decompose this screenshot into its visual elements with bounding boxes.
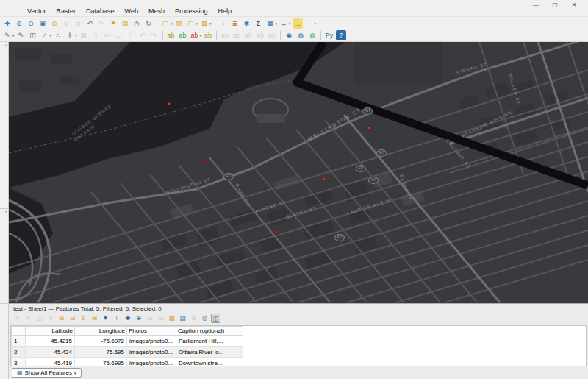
browser-panel-edge[interactable]: ▫✕: [0, 208, 8, 304]
street-label: WELLINGTON ST: [306, 107, 362, 142]
statistical-summary-button[interactable]: Σ: [254, 18, 264, 29]
help-button[interactable]: ?: [336, 30, 346, 40]
close-button[interactable]: ✕: [564, 0, 584, 10]
dropdown-caret-icon[interactable]: ▾: [276, 21, 278, 26]
cell-longitude[interactable]: -75.6972: [75, 336, 127, 347]
column-header-cap[interactable]: Caption (optional): [176, 327, 243, 336]
menu-raster[interactable]: Raster: [51, 6, 82, 16]
add-point-feature-button[interactable]: ∴: [53, 30, 63, 40]
row-number-cell[interactable]: 2: [12, 347, 26, 358]
processing-toolbox-button[interactable]: ✱: [242, 18, 252, 29]
map-marker[interactable]: [168, 102, 171, 106]
zoom-full-extent-button[interactable]: ⊕: [49, 18, 60, 29]
cell-latitude[interactable]: 45.424: [26, 347, 75, 358]
dropdown-caret-icon[interactable]: ▾: [209, 21, 212, 26]
run-feature-action-button[interactable]: ≣: [230, 18, 240, 29]
select-by-expression-button[interactable]: ▢: [186, 18, 196, 29]
digitize-segment-button[interactable]: ∕: [40, 30, 50, 40]
cell-photos[interactable]: images/photo0...: [127, 347, 176, 358]
conditional-formatting-button[interactable]: ▤: [178, 314, 187, 323]
zoom-last-button[interactable]: ↶: [85, 18, 95, 29]
layers-panel-edge[interactable]: ▫✕: [0, 42, 8, 209]
menu-help[interactable]: Help: [212, 6, 237, 16]
add-wms-layer-button[interactable]: ◍: [295, 30, 306, 40]
table-move-selection-top-button[interactable]: ⊤: [112, 314, 121, 323]
dropdown-caret-icon[interactable]: ▾: [171, 21, 173, 26]
layer-diagram-button[interactable]: ab: [178, 30, 188, 40]
zoom-in-button[interactable]: ⊕: [14, 18, 24, 29]
menu-database[interactable]: Database: [81, 6, 120, 16]
vertex-tool-button[interactable]: ✛: [65, 30, 75, 40]
panel-float-icon[interactable]: ▫: [3, 43, 4, 47]
zoom-out-button[interactable]: ⊖: [26, 18, 36, 29]
measure-button[interactable]: ↔: [279, 18, 289, 29]
column-header-pho[interactable]: Photos: [127, 327, 176, 336]
map-canvas[interactable]: QUÉBEC QUÉBECONTARIOWELLINGTON STWELLING…: [9, 42, 588, 303]
menu-processing[interactable]: Processing: [170, 6, 213, 16]
pin-labels-button[interactable]: ab: [190, 30, 200, 40]
dropdown-caret-icon[interactable]: ▾: [200, 33, 202, 38]
table-zoom-to-selection-button[interactable]: ⊕: [134, 314, 143, 323]
refresh-map-button[interactable]: ↻: [143, 18, 154, 29]
map-marker[interactable]: [275, 230, 279, 234]
cell-photos[interactable]: images/photo0...: [127, 336, 176, 347]
select-by-value-button[interactable]: ▥: [174, 18, 184, 29]
dropdown-caret-icon[interactable]: ▾: [289, 21, 291, 26]
show-bookmarks-button[interactable]: ▤: [120, 18, 130, 29]
column-header-lat[interactable]: Latitude: [26, 327, 75, 336]
temporal-controller-button[interactable]: ◷: [132, 18, 142, 29]
python-console-button[interactable]: Py: [324, 30, 334, 40]
open-attribute-table-button[interactable]: ▦: [265, 18, 276, 29]
zoom-to-layer-button: ⊕: [73, 18, 83, 29]
dropdown-caret-icon[interactable]: ▾: [12, 33, 15, 38]
table-add-feature-button[interactable]: ⊞: [57, 314, 66, 323]
table-delete-field-button: ⊟: [156, 314, 165, 323]
cell-longitude[interactable]: -75.695: [75, 347, 127, 358]
map-marker[interactable]: [323, 177, 326, 181]
dropdown-caret-icon[interactable]: ▾: [315, 21, 317, 26]
panel-close-icon[interactable]: ✕: [5, 43, 7, 47]
pan-map-button[interactable]: ✚: [2, 18, 12, 29]
undo-button: ↶: [137, 30, 148, 40]
maximize-button[interactable]: ▢: [545, 0, 564, 10]
table-search-button[interactable]: ◎: [200, 314, 209, 323]
row-number-cell[interactable]: 1: [12, 336, 26, 347]
dropdown-caret-icon[interactable]: ▾: [50, 33, 52, 38]
save-layer-edits-button[interactable]: ◫: [28, 30, 38, 40]
panel-close-icon[interactable]: ✕: [5, 210, 7, 213]
select-features-button[interactable]: ▢: [160, 18, 171, 29]
left-dock-collapsed: ▫✕ ▫✕: [0, 42, 9, 379]
menu-web[interactable]: Web: [120, 6, 143, 16]
field-calculator-button[interactable]: ▦: [167, 314, 176, 323]
zoom-native-button[interactable]: ▣: [37, 18, 48, 29]
table-pan-to-selection-button[interactable]: ✚: [123, 314, 132, 323]
table-select-by-expression-button[interactable]: ε: [79, 314, 88, 323]
dock-attribute-table-button[interactable]: ◫: [211, 314, 220, 323]
new-spatial-bookmark-button[interactable]: ⚑: [108, 18, 118, 29]
panel-float-icon[interactable]: ▫: [3, 210, 4, 213]
metasearch-button[interactable]: ◉: [284, 30, 294, 40]
map-marker[interactable]: [203, 159, 207, 163]
current-edits-button[interactable]: ✎: [2, 30, 12, 40]
map-tips-button[interactable]: …: [293, 18, 303, 29]
deselect-all-button[interactable]: ⊠: [199, 18, 209, 29]
menu-vector[interactable]: Vector: [22, 6, 51, 16]
toggle-editing-button[interactable]: ✎: [16, 30, 26, 40]
menu-mesh[interactable]: Mesh: [143, 6, 170, 16]
column-header-lon[interactable]: Longitude: [75, 327, 127, 336]
identify-features-button[interactable]: i: [218, 18, 229, 29]
dropdown-caret-icon[interactable]: ▾: [75, 33, 77, 38]
cell-caption[interactable]: Ottawa River lo...: [176, 347, 243, 358]
show-all-features-button[interactable]: ▦ Show All Features ▾: [12, 368, 82, 378]
dropdown-caret-icon[interactable]: ▾: [196, 21, 198, 26]
highlight-pinned-labels-button[interactable]: ab: [203, 30, 213, 40]
cell-latitude[interactable]: 45.4215: [26, 336, 75, 347]
table-deselect-all-button[interactable]: ⊠: [90, 314, 99, 323]
add-wfs-layer-button[interactable]: ◍: [307, 30, 318, 40]
map-marker[interactable]: [368, 127, 371, 130]
minimize-button[interactable]: —: [526, 0, 545, 10]
cell-caption[interactable]: Parliament Hill,...: [176, 336, 243, 347]
layer-labeling-button[interactable]: ab: [166, 30, 176, 40]
table-filter-button[interactable]: ▼: [101, 314, 110, 323]
table-delete-selected-button[interactable]: ⊟: [68, 314, 77, 323]
